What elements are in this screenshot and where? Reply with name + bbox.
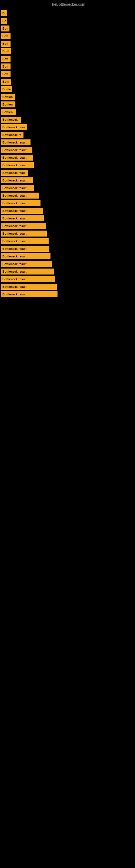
bottleneck-label: Bottleneck r [1,117,21,123]
list-item: Bottlen [1,101,134,107]
list-item: Bottleneck result [1,276,134,282]
list-item: Bottleneck result [1,246,134,252]
bottleneck-label: Bottleneck resu [1,124,27,130]
bottleneck-label: Bottl [1,79,11,85]
bottleneck-label: Bottleneck result [1,147,32,153]
bottleneck-label: Bottleneck result [1,276,55,282]
bottleneck-label: Bottleneck result [1,246,49,252]
list-item: Bottleneck resu [1,170,134,176]
bottleneck-label: Bo [1,10,7,16]
list-item: Bottleneck result [1,238,134,244]
bottleneck-label: Bottlen [1,101,15,107]
list-item: Bott [1,71,134,77]
list-item: Bottleneck resu [1,124,134,130]
bottleneck-label: Bottleneck result [1,253,50,259]
list-item: Bottle [1,86,134,92]
bottleneck-label: Bottleneck result [1,200,41,206]
list-item: Bottleneck result [1,155,134,161]
bottleneck-label: Bottleneck result [1,140,31,145]
list-item: Bottleneck result [1,147,134,153]
bottleneck-label: Bottleneck result [1,208,43,214]
list-item: Bo [1,18,134,24]
list-item: Bottleneck result [1,185,134,191]
bottleneck-label: Bottleneck result [1,291,57,297]
bottleneck-label: Bottle [1,86,12,92]
list-item: Bottl [1,48,134,54]
bottleneck-label: Bott [1,41,10,46]
list-item: Bott [1,63,134,69]
list-item: Bott [1,41,134,46]
list-item: Bo [1,10,134,16]
bottleneck-label: Bottleneck result [1,261,52,267]
bottleneck-label: Bottleneck result [1,223,46,229]
bottleneck-label: Bottleneck result [1,269,54,275]
list-item: Bottleneck result [1,193,134,198]
list-item: Bottleneck result [1,215,134,221]
bottleneck-label: Bott [1,26,9,31]
bottleneck-label: Bottleneck result [1,185,34,191]
list-item: Bottleneck result [1,208,134,214]
list-item: Bottleneck result [1,177,134,183]
bottleneck-label: Bottleneck re [1,132,24,138]
bottleneck-label: Bottleneck result [1,238,49,244]
list-item: Bottleneck r [1,117,134,123]
bottleneck-label: Bott [1,56,10,62]
bottleneck-label: Bottl [1,48,11,54]
list-item: Bottleneck result [1,284,134,290]
list-item: Bottleneck result [1,200,134,206]
list-item: Bottleneck result [1,162,134,168]
bottleneck-label: Bo [1,18,7,24]
list-item: Bottleneck result [1,223,134,229]
bottleneck-label: Bottleneck result [1,284,57,290]
list-item: Bottleneck result [1,140,134,145]
list-item: Bottlen [1,94,134,100]
bottleneck-label: Bottleneck result [1,215,44,221]
items-container: BoBoBottBottBottBottlBottBottBottBottlBo… [0,8,135,302]
bottleneck-label: Bottleneck result [1,162,34,168]
list-item: Bott [1,33,134,39]
list-item: Bottleneck result [1,253,134,259]
list-item: Bottleneck result [1,261,134,267]
list-item: Bottleneck result [1,269,134,275]
bottleneck-label: Bottleneck result [1,155,33,161]
bottleneck-label: Bottleneck result [1,230,47,237]
bottleneck-label: Bottleneck resu [1,170,28,176]
list-item: Bottleneck re [1,132,134,138]
list-item: Bottleneck result [1,291,134,297]
bottleneck-label: Bottlen [1,109,16,115]
bottleneck-label: Bott [1,71,10,77]
bottleneck-label: Bott [1,33,10,39]
bottleneck-label: Bott [1,63,10,69]
bottleneck-label: Bottleneck result [1,193,39,198]
site-title: TheBottlenecker.com [0,0,135,8]
list-item: Bott [1,56,134,62]
bottleneck-label: Bottleneck result [1,177,33,183]
list-item: Bottl [1,79,134,85]
list-item: Bottlen [1,109,134,115]
bottleneck-label: Bottlen [1,94,15,100]
list-item: Bott [1,26,134,31]
list-item: Bottleneck result [1,230,134,237]
